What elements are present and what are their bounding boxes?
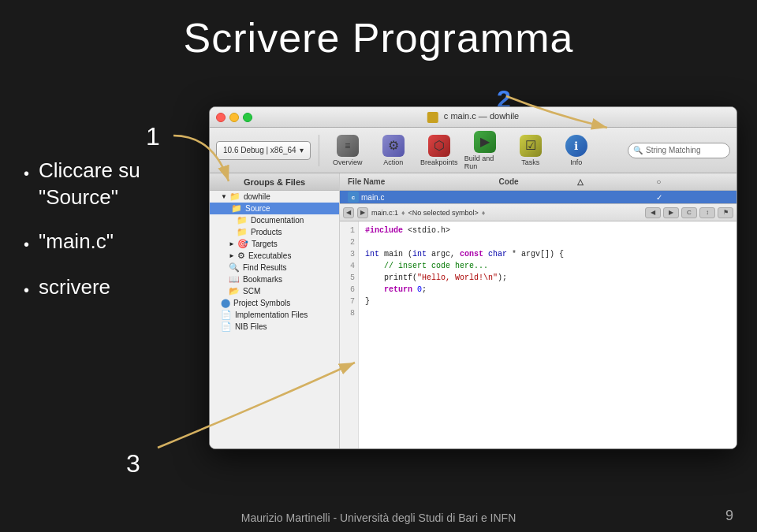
tree-item-source[interactable]: 📁 Source: [210, 203, 339, 214]
window-title: c main.c — dowhile: [427, 111, 519, 122]
toolbar-run[interactable]: ▶ Build and Run: [464, 131, 505, 170]
tree-label-targets: Targets: [252, 240, 278, 248]
editor-btn-3[interactable]: C: [681, 207, 697, 218]
code-content: #include <stdio.h> int main (int argc, c…: [359, 221, 570, 448]
maximize-button[interactable]: [243, 113, 252, 122]
tree-label-source: Source: [245, 204, 270, 213]
footer-page: 9: [725, 508, 733, 524]
breadcrumb-file[interactable]: main.c:1: [371, 209, 398, 217]
toolbar-tasks[interactable]: ☑ Tasks: [510, 131, 551, 170]
editor-btn-4[interactable]: ↕: [699, 207, 715, 218]
toolbar-overview[interactable]: ≡ Overview: [327, 131, 368, 170]
tree-item-bookmarks[interactable]: 📖 Bookmarks: [210, 273, 339, 285]
find-icon: 🔍: [229, 262, 240, 273]
tree-item-documentation[interactable]: 📁 Documentation: [210, 214, 339, 226]
editor-btn-5[interactable]: ⚑: [718, 207, 733, 218]
code-editor: ◀ ▶ main.c:1 ♦ <No selected symbol> ♦ ◀ …: [340, 203, 736, 448]
executables-icon: ⚙: [237, 251, 245, 261]
traffic-lights: [216, 113, 252, 122]
editor-toolbar: ◀ ▶ main.c:1 ♦ <No selected symbol> ♦ ◀ …: [340, 204, 736, 221]
editor-btn-1[interactable]: ◀: [645, 207, 661, 218]
bullet-item-3: • scrivere: [24, 274, 140, 303]
title-bar: c main.c — dowhile: [210, 107, 736, 128]
nav-forward-button[interactable]: ▶: [357, 207, 368, 218]
run-icon: ▶: [474, 131, 496, 153]
action-label: Action: [383, 158, 403, 166]
scheme-selector[interactable]: 10.6 Debug | x86_64 ▾: [216, 141, 311, 160]
tree-item-nib-files[interactable]: 📄 NIB Files: [210, 321, 339, 333]
toolbar-separator-1: [319, 135, 319, 166]
file-icon: [427, 112, 438, 123]
breadcrumb-sep-2: ♦: [482, 209, 486, 217]
bullet-item-2: • "main.c": [24, 229, 140, 257]
file-name-cell: c main.c: [345, 192, 496, 203]
minimize-button[interactable]: [229, 113, 239, 122]
targets-icon: 🎯: [237, 239, 248, 249]
footer-text: Maurizio Martinelli - Università degli S…: [0, 512, 757, 524]
c-file-icon: c: [348, 192, 359, 203]
overview-label: Overview: [333, 158, 363, 166]
tree-item-products[interactable]: 📁 Products: [210, 226, 339, 238]
info-icon: ℹ: [565, 135, 587, 157]
file-row-main-c[interactable]: c main.c ✓: [340, 191, 736, 203]
bullet-dot-2: •: [24, 232, 29, 257]
tree-arrow-executables: ►: [229, 252, 235, 259]
tree-label-scm: SCM: [243, 287, 260, 296]
label-number-3: 3: [126, 449, 140, 478]
xcode-window: c main.c — dowhile 10.6 Debug | x86_64 ▾…: [209, 106, 737, 449]
tree-item-dowhile[interactable]: ▼ 📁 dowhile: [210, 191, 339, 203]
tree-label-executables: Executables: [248, 251, 291, 260]
tasks-label: Tasks: [521, 158, 539, 166]
tree-label-dowhile: dowhile: [244, 192, 270, 201]
bullet-list: • Cliccare su"Source" • "main.c" • scriv…: [24, 158, 140, 320]
files-header: File Name Code △ ○: [340, 173, 736, 191]
file-name-text: main.c: [361, 193, 384, 202]
toolbar-info[interactable]: ℹ Info: [556, 131, 597, 170]
bookmarks-icon: 📖: [229, 274, 240, 285]
tree-label-documentation: Documentation: [251, 216, 304, 225]
tree-label-impl-files: Implementation Files: [235, 311, 308, 319]
search-placeholder: String Matching: [646, 146, 700, 154]
tasks-icon: ☑: [520, 135, 542, 157]
tree-item-targets[interactable]: ► 🎯 Targets: [210, 238, 339, 250]
code-body: 12345678 #include <stdio.h> int main (in…: [340, 221, 736, 448]
folder-icon-source: 📁: [231, 203, 242, 214]
project-symbols-icon: ⬤: [221, 298, 230, 308]
bullet-text-2: "main.c": [39, 229, 114, 255]
tree-item-scm[interactable]: 📂 SCM: [210, 285, 339, 297]
tree-label-find-results: Find Results: [243, 263, 287, 272]
editor-btn-2[interactable]: ▶: [663, 207, 679, 218]
editor-toolbar-right: ◀ ▶ C ↕ ⚑: [645, 207, 733, 218]
action-icon: ⚙: [382, 135, 405, 157]
label-number-1: 1: [146, 122, 160, 151]
tree-arrow-dowhile: ▼: [221, 193, 227, 200]
sidebar-header: Groups & Files: [210, 173, 339, 191]
tree-item-find-results[interactable]: 🔍 Find Results: [210, 262, 339, 273]
search-box[interactable]: 🔍 String Matching: [628, 143, 730, 158]
main-toolbar: 10.6 Debug | x86_64 ▾ ≡ Overview ⚙ Actio…: [210, 128, 736, 173]
close-button[interactable]: [216, 113, 226, 122]
scheme-arrow: ▾: [300, 146, 304, 154]
scm-icon: 📂: [229, 286, 240, 296]
bullet-dot-1: •: [24, 161, 29, 186]
breadcrumb-sep-1: ♦: [401, 209, 405, 217]
tree-label-nib-files: NIB Files: [235, 322, 267, 331]
bullet-text-3: scrivere: [39, 274, 110, 301]
toolbar-breakpoints[interactable]: ⬡ Breakpoints: [419, 131, 460, 170]
impl-files-icon: 📄: [221, 310, 232, 320]
tree-item-impl-files[interactable]: 📄 Implementation Files: [210, 309, 339, 321]
tree-label-project-symbols: Project Symbols: [233, 299, 290, 307]
nav-back-button[interactable]: ◀: [343, 207, 354, 218]
col-header-triangle: △: [574, 177, 653, 186]
overview-icon: ≡: [337, 135, 359, 157]
bullet-dot-3: •: [24, 277, 29, 303]
search-icon: 🔍: [633, 146, 643, 154]
tree-item-executables[interactable]: ► ⚙ Executables: [210, 250, 339, 262]
file-check-cell: ✓: [653, 193, 732, 202]
bullet-text-1: Cliccare su"Source": [39, 158, 140, 211]
breadcrumb-symbol[interactable]: <No selected symbol>: [408, 209, 479, 217]
tree-item-project-symbols[interactable]: ⬤ Project Symbols: [210, 297, 339, 309]
file-sidebar: Groups & Files ▼ 📁 dowhile 📁 Source 📁 Do…: [210, 173, 340, 448]
line-numbers: 12345678: [340, 221, 359, 448]
toolbar-action[interactable]: ⚙ Action: [373, 131, 414, 170]
